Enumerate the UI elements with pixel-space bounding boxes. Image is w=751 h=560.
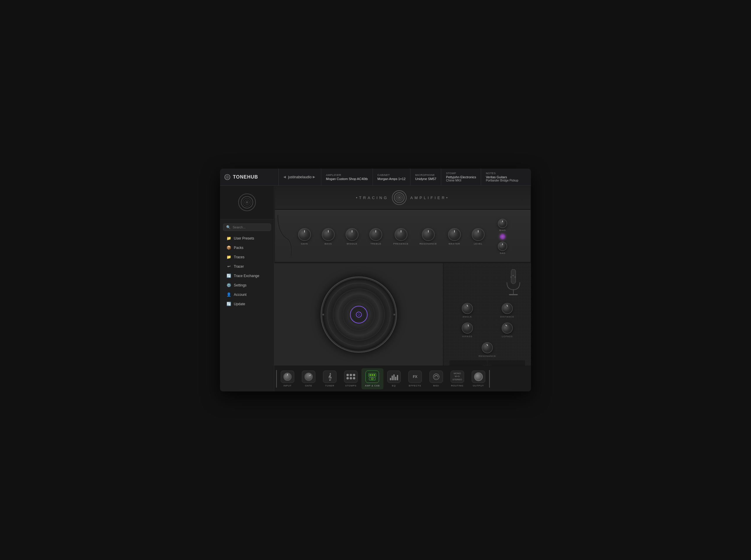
sag-knob[interactable] xyxy=(498,242,507,251)
bass-knob[interactable] xyxy=(322,228,335,241)
output-icon-box xyxy=(472,371,485,383)
svg-point-3 xyxy=(227,177,228,177)
svg-point-37 xyxy=(370,374,371,376)
svg-point-18 xyxy=(351,307,366,322)
nav-microphone[interactable]: Microphone Unidyne SM57 xyxy=(410,168,441,185)
mic-pattern-visualizer xyxy=(449,360,525,366)
tuner-icon-box: 𝄞 xyxy=(323,371,336,383)
distance-group[interactable]: DISTANCE xyxy=(489,303,525,318)
routing-icon-box: MONOM+SSTEREO xyxy=(450,371,464,383)
toolbar-right-separator xyxy=(489,370,490,387)
lopass-knob[interactable] xyxy=(500,321,515,335)
cable-area xyxy=(275,215,295,256)
amp-body: •TRACING AMPLIFIER• xyxy=(274,185,531,262)
distance-label: DISTANCE xyxy=(500,316,514,318)
nav-notes-label: Notes xyxy=(486,172,518,175)
hipass-group[interactable]: HIPASS xyxy=(449,322,485,338)
gain-knob[interactable] xyxy=(298,228,311,241)
nav-microphone-label: Microphone xyxy=(415,174,436,177)
toolbar-input[interactable]: INPUT xyxy=(277,368,298,389)
treble-knob[interactable] xyxy=(369,228,382,241)
main-layout: 🔍 📁 User Presets 📦 Packs 📁 Traces xyxy=(220,185,531,392)
tuner-icon: 𝄞 xyxy=(328,373,332,381)
effects-icon-box: FX xyxy=(408,371,422,383)
svg-point-15 xyxy=(338,294,379,335)
sag-group[interactable]: SAG xyxy=(498,242,507,255)
eq-icon xyxy=(390,373,398,380)
master-knob[interactable] xyxy=(448,228,461,241)
sidebar-item-packs[interactable]: 📦 Packs xyxy=(222,243,272,252)
microphone-svg xyxy=(502,269,525,298)
middle-knob[interactable] xyxy=(346,228,359,241)
svg-point-38 xyxy=(372,374,373,376)
toolbar-output[interactable]: OUTPUT xyxy=(468,368,489,389)
gate-icon xyxy=(303,371,314,383)
svg-point-42 xyxy=(433,374,439,380)
nav-stomp[interactable]: Stomp Pettyjohn Electronics Chime MKII xyxy=(441,168,481,185)
lopass-group[interactable]: LOPASS xyxy=(489,322,525,338)
sidebar-item-tracer[interactable]: ↩ Tracer xyxy=(222,262,272,271)
toolbar-amp-cab[interactable]: AMP & CAB xyxy=(361,368,383,389)
resonance-label: RESONANCE xyxy=(420,242,437,245)
nav-notes[interactable]: Notes Veritas Guitars Portlander Bridge … xyxy=(481,168,523,185)
sidebar-label-tracer: Tracer xyxy=(234,264,244,268)
nav-user[interactable]: ◀ justinabelaudio ▶ xyxy=(278,168,321,185)
svg-rect-22 xyxy=(512,270,515,283)
knob-level[interactable]: LEVEL xyxy=(472,228,485,245)
packs-icon: 📦 xyxy=(227,245,231,250)
nav-stomp-value1: Pettyjohn Electronics xyxy=(446,175,476,179)
sidebar-item-traces[interactable]: 📁 Traces xyxy=(222,253,272,262)
logo-area: TONEHUB xyxy=(224,174,278,180)
knob-resonance[interactable]: RESONANCE xyxy=(420,228,437,245)
toolbar-effects[interactable]: FX EFFECTS xyxy=(405,368,426,389)
nav-cabinet-label: Cabinet xyxy=(378,174,406,177)
stomps-icon xyxy=(346,374,355,379)
sidebar-item-trace-exchange[interactable]: 🔄 Trace Exchange xyxy=(222,271,272,280)
knob-treble[interactable]: TREBLE xyxy=(369,228,382,245)
svg-point-19 xyxy=(322,314,324,316)
svg-rect-26 xyxy=(513,275,514,276)
angle-group[interactable]: ANGLE xyxy=(449,303,485,318)
toolbar-midi[interactable]: MIDI xyxy=(426,368,447,389)
knob-gain[interactable]: GAIN xyxy=(298,228,311,245)
knob-presence[interactable]: PRESENCE xyxy=(393,228,409,245)
nav-cabinet[interactable]: Cabinet Morgan Amps 1×12 xyxy=(372,168,410,185)
knob-bass[interactable]: BASS xyxy=(322,228,335,245)
hipass-label: HIPASS xyxy=(462,335,472,338)
sidebar-logo-icon xyxy=(240,196,253,209)
toolbar-routing[interactable]: MONOM+SSTEREO ROUTING xyxy=(447,368,468,389)
knob-middle[interactable]: MIDDLE xyxy=(346,228,359,245)
mic-controls-top: ANGLE DISTANCE HIPASS LOPASS xyxy=(449,303,525,338)
toolbar-eq[interactable]: EQ xyxy=(383,368,405,389)
toolbar-stomps[interactable]: STOMPS xyxy=(340,368,361,389)
amp-cab-icon-box xyxy=(366,371,379,383)
knobs-row: GAIN BASS MIDDLE TREBLE xyxy=(275,209,531,262)
search-input[interactable] xyxy=(233,225,268,229)
nav-amplifier-label: Amplifier xyxy=(326,174,368,177)
angle-knob[interactable] xyxy=(462,303,473,314)
resonance-knob-mic[interactable] xyxy=(482,342,493,353)
sidebar-item-account[interactable]: 👤 Account xyxy=(222,290,272,299)
presence-knob[interactable] xyxy=(394,228,407,241)
sidebar: 🔍 📁 User Presets 📦 Packs 📁 Traces xyxy=(220,185,274,392)
sidebar-item-user-presets[interactable]: 📁 User Presets xyxy=(222,234,272,243)
bias-knob[interactable] xyxy=(498,219,507,228)
nav-amplifier[interactable]: Amplifier Mogan Custom Shop AC40tb xyxy=(321,168,372,185)
resonance-knob[interactable] xyxy=(422,228,435,241)
gain-label: GAIN xyxy=(301,242,308,245)
sidebar-label-user-presets: User Presets xyxy=(234,236,254,240)
knob-master[interactable]: MASTER xyxy=(448,228,461,245)
bias-group[interactable]: BIAS xyxy=(498,219,507,232)
resonance-group[interactable]: RESONANCE xyxy=(479,342,496,357)
svg-point-14 xyxy=(333,289,385,340)
nav-amplifier-value: Mogan Custom Shop AC40tb xyxy=(326,177,368,181)
hipass-knob[interactable] xyxy=(460,321,474,335)
toolbar-gate[interactable]: GATE xyxy=(298,368,319,389)
nav-sections: ◀ justinabelaudio ▶ Amplifier Mogan Cust… xyxy=(278,168,527,185)
level-knob[interactable] xyxy=(472,228,485,241)
sidebar-item-settings[interactable]: ⚙️ Settings xyxy=(222,281,272,290)
distance-knob[interactable] xyxy=(502,303,513,314)
amp-display: •TRACING AMPLIFIER• xyxy=(275,186,531,209)
sidebar-item-update[interactable]: 🔄 Update xyxy=(222,299,272,308)
toolbar-tuner[interactable]: 𝄞 TUNER xyxy=(319,368,340,389)
